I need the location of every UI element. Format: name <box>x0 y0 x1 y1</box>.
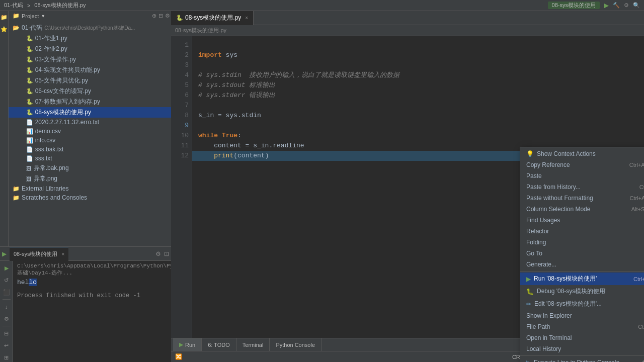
tree-item-07----------py[interactable]: 🐍07-将数据写入到内存.py <box>9 97 171 107</box>
run-split-btn[interactable]: ⊞ <box>2 352 12 362</box>
tree-indent <box>13 56 26 63</box>
menu-paste-without-formatting[interactable]: Paste without Formatting Ctrl+Alt+Shift+… <box>520 193 644 204</box>
bottom-tab-run[interactable]: ▶ Run <box>173 338 202 351</box>
tree-item-03------py[interactable]: 🐍03-文件操作.py <box>9 54 171 65</box>
tree-item-2020-2-27-11-32-erro-txt[interactable]: 📄2020.2.27.11.32.erro.txt <box>9 118 171 127</box>
menu-label: Debug '08-sys模块的使用' <box>537 287 607 296</box>
breadcrumb-file: 08-sys模块的使用.py <box>175 27 226 34</box>
bottom-tab-terminal[interactable]: Terminal <box>236 338 270 351</box>
tree-item----png[interactable]: 🖼异常.png <box>9 173 171 184</box>
tree-item-sss-bak-txt[interactable]: 📄sss.bak.txt <box>9 145 171 154</box>
run-output: hello <box>17 279 167 286</box>
activity-project-icon[interactable]: 📁 <box>0 13 8 21</box>
menu-edit-file[interactable]: ✏ Edit '08-sys模块的使用'... <box>520 298 644 310</box>
tree-label: 异常.png <box>34 174 57 183</box>
locate-icon[interactable]: ⊕ <box>152 13 156 19</box>
run-scroll-down-btn[interactable]: ↓ <box>2 302 12 312</box>
menu-local-history[interactable]: Local History ▶ <box>520 343 644 354</box>
tree-item-05--------py[interactable]: 🐍05-文件拷贝优化.py <box>9 75 171 86</box>
tree-item-Scratches-and-Consoles[interactable]: 📁Scratches and Consoles <box>9 193 171 202</box>
tree-item-01---[interactable]: 📂01-代码C:\Users\chris\Desktop\Python基础\Da… <box>9 23 171 33</box>
menu-generate[interactable]: Generate... Alt+Insert <box>520 259 644 270</box>
bottom-tab-todo[interactable]: 6: TODO <box>202 338 236 351</box>
menu-column-selection[interactable]: Column Selection Mode Alt+Shift+Insert <box>520 204 644 215</box>
run-restart-btn[interactable]: ▶ <box>2 263 12 273</box>
run-filter-btn[interactable]: ⊟ <box>2 328 12 338</box>
run-button[interactable]: ▶ <box>604 2 609 9</box>
run-highlight: lo <box>29 279 37 286</box>
editor-tab-active[interactable]: 🐍 08-sys模块的使用.py × <box>171 11 254 25</box>
project-name: Project <box>22 13 39 19</box>
menu-open-terminal[interactable]: Open in Terminal <box>520 332 644 343</box>
gear-icon[interactable]: ⚙ <box>165 13 170 19</box>
run-vertical-toolbar: ▶ ↺ ⬛ ↓ ⚙ ⊟ ↩ ⊞ 📌 🗑 <box>0 261 13 362</box>
tree-item-02---2-py[interactable]: 🐍02-作业2.py <box>9 44 171 54</box>
collapse-icon[interactable]: ⊟ <box>158 13 163 19</box>
menu-paste[interactable]: Paste Ctrl+V <box>520 170 644 182</box>
editor-tab-close[interactable]: × <box>245 15 248 21</box>
activity-bar: 📁 ⭐ <box>0 11 9 246</box>
sidebar-icons: ⊕ ⊟ ⚙ − <box>152 13 171 19</box>
tree-item-01---1-py[interactable]: 🐍01-作业1.py <box>9 33 171 44</box>
debug-icon: 🐛 <box>526 288 534 295</box>
run-file-icon: ▶ <box>526 276 531 283</box>
run-tab-close[interactable]: × <box>61 251 64 257</box>
menu-find-usages[interactable]: Find Usages Alt+F7 <box>520 215 644 226</box>
menu-paste-from-history[interactable]: Paste from History... Ctrl+Shift+V <box>520 182 644 193</box>
tree-icon: 🐍 <box>26 67 33 73</box>
bottom-tab-label-console: Python Console <box>276 342 315 348</box>
code-line-9: while True: <box>198 132 242 139</box>
context-menu: 💡 Show Context Actions Alt+Enter Copy Re… <box>520 147 644 362</box>
run-sep2 <box>3 326 11 326</box>
menu-run-file[interactable]: ▶ Run '08-sys模块的使用' Ctrl+Shift+F10 <box>520 273 644 285</box>
menu-label: Paste from History... <box>526 184 581 191</box>
code-line-4: # sys.stdout 标准输出 <box>198 81 275 89</box>
search-icon[interactable]: 🔍 <box>633 2 640 9</box>
run-wrap-btn[interactable]: ↩ <box>2 340 12 350</box>
tree-item-info-csv[interactable]: 📊info.csv <box>9 136 171 145</box>
menu-show-context-actions[interactable]: 💡 Show Context Actions Alt+Enter <box>520 148 644 159</box>
settings-icon[interactable]: ⚙ <box>624 2 629 9</box>
git-icon: 🔀 <box>175 353 182 360</box>
run-tab-active[interactable]: 08-sys模块的使用 × <box>10 247 68 261</box>
tree-icon: 🐍 <box>26 99 33 105</box>
menu-go-to[interactable]: Go To ▶ <box>520 248 644 259</box>
bulb-icon: 💡 <box>526 150 534 157</box>
run-settings-icon[interactable]: ⚙ <box>155 250 161 257</box>
bottom-tab-python-console[interactable]: Python Console <box>270 338 321 351</box>
tree-indent <box>13 46 26 53</box>
menu-label: Find Usages <box>526 217 560 224</box>
menu-label: Run '08-sys模块的使用' <box>534 275 597 283</box>
menu-refactor[interactable]: Refactor ▶ <box>520 226 644 237</box>
menu-execute-line[interactable]: ▷ Execute Line in Python Console Alt+Shi… <box>520 357 644 362</box>
tree-item-demo-csv[interactable]: 📊demo.csv <box>9 127 171 136</box>
run-maximize-icon[interactable]: ⊡ <box>164 250 169 257</box>
menu-label: Go To <box>526 250 542 257</box>
menu-debug-file[interactable]: 🐛 Debug '08-sys模块的使用' <box>520 285 644 298</box>
tree-icon: 📄 <box>26 146 33 153</box>
tree-label: 异常.bak.png <box>34 164 69 172</box>
run-rerun-btn[interactable]: ↺ <box>2 275 12 285</box>
tree-label: 07-将数据写入到内存.py <box>35 98 100 106</box>
menu-label: Folding <box>526 239 546 246</box>
shortcut: Ctrl+Alt+Shift+C <box>629 162 644 168</box>
menu-file-path[interactable]: File Path Ctrl+Alt+F12 <box>520 321 644 332</box>
build-icon[interactable]: 🔨 <box>613 2 620 9</box>
menu-folding[interactable]: Folding ▶ <box>520 237 644 248</box>
tree-icon: 🐍 <box>26 77 33 84</box>
run-settings2-btn[interactable]: ⚙ <box>2 314 12 324</box>
run-stop-btn[interactable]: ⬛ <box>2 287 12 297</box>
tree-item----bak-png[interactable]: 🖼异常.bak.png <box>9 163 171 173</box>
tree-label: 06-csv文件的读写.py <box>35 87 91 96</box>
tree-item-External-Libraries[interactable]: 📁External Libraries <box>9 184 171 193</box>
menu-copy-reference[interactable]: Copy Reference Ctrl+Alt+Shift+C <box>520 159 644 170</box>
tree-item-sss-txt[interactable]: 📄sss.txt <box>9 154 171 163</box>
activity-fav-icon[interactable]: ⭐ <box>0 25 8 33</box>
editor-breadcrumb: 08-sys模块的使用.py <box>171 25 644 36</box>
menu-show-explorer[interactable]: Show in Explorer <box>520 310 644 321</box>
tree-item-06-csv------py[interactable]: 🐍06-csv文件的读写.py <box>9 86 171 97</box>
tree-item-08-sys------py[interactable]: 🐍08-sys模块的使用.py <box>9 107 171 118</box>
tree-label: sss.txt <box>35 155 52 162</box>
tree-item-04----------py[interactable]: 🐍04-实现文件拷贝功能.py <box>9 65 171 75</box>
menu-label: Execute Line in Python Console <box>534 359 619 362</box>
